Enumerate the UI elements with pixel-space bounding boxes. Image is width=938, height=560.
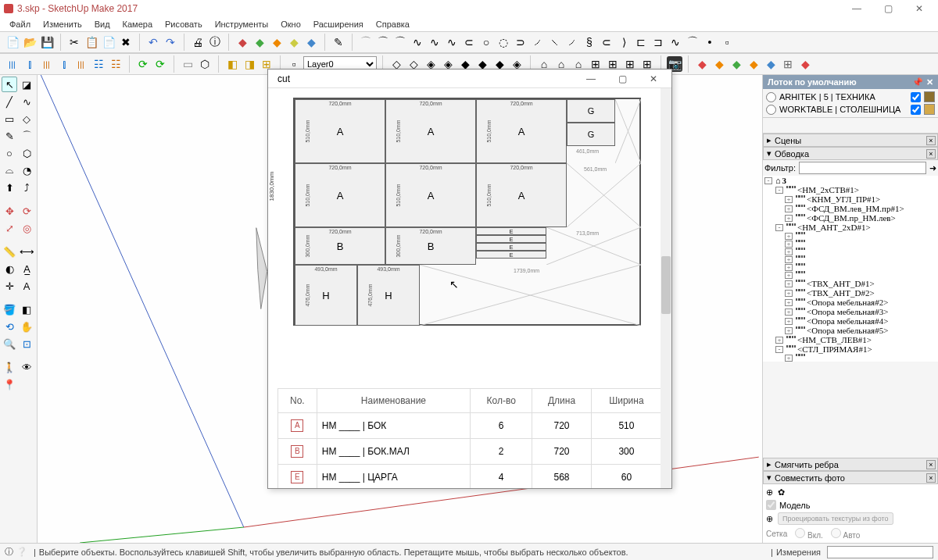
model-info-button[interactable]: ⓘ	[207, 34, 223, 50]
cut-button[interactable]: ✂	[66, 34, 82, 50]
table-row[interactable]: EНМ ____ | ЦАРГА456860	[278, 465, 662, 489]
print-button[interactable]: 🖨	[190, 34, 206, 50]
trim-button[interactable]: ⊏	[633, 34, 649, 50]
bezier2-button[interactable]: ∿	[427, 34, 442, 50]
close-button[interactable]: ✕	[904, 0, 935, 17]
curve3-button[interactable]: ⟋	[530, 34, 546, 50]
match-section-header[interactable]: ▾ Совместить фото×	[763, 471, 938, 484]
outliner-item[interactable]: +	[763, 232, 938, 240]
polygon-tool[interactable]: ⬡	[19, 145, 34, 161]
offset-tool[interactable]: ◎	[19, 220, 34, 236]
material-visible-checkbox[interactable]	[911, 92, 921, 102]
outliner-item[interactable]: + <ТВХ_АНТ_D#2>	[763, 288, 938, 298]
outliner-tree[interactable]: -⌂ 3- <НМ_2хСТВ#1>+ <КНМ_УГЛ_ПР#1>+ <ФСД…	[763, 176, 938, 362]
outliner-item[interactable]: + <ТВХ_АНТ_D#1>	[763, 279, 938, 288]
outliner-item[interactable]: + <ФСД_ВМ.лев_НМ.пр#1>	[763, 204, 938, 213]
curve4-button[interactable]: ⟍	[547, 34, 563, 50]
menu-Справка[interactable]: Справка	[370, 20, 416, 29]
solid-blue-button[interactable]: ◆	[303, 34, 319, 50]
rect-button[interactable]: ▭	[180, 56, 195, 72]
align5-button[interactable]: ⫼	[73, 56, 89, 72]
curve6-button[interactable]: ⊂	[599, 34, 614, 50]
3dtext-tool[interactable]: A	[19, 278, 34, 294]
outliner-item[interactable]: +	[763, 271, 938, 279]
align2-button[interactable]: ⫿	[22, 56, 38, 72]
extend-button[interactable]: ⊐	[650, 34, 666, 50]
outliner-item[interactable]: - <НМ_2хСТВ#1>	[763, 185, 938, 194]
menu-Инструменты[interactable]: Инструменты	[209, 20, 275, 29]
help-icon[interactable]: ❔	[16, 547, 27, 557]
scenes-collapse-icon[interactable]: ×	[926, 136, 936, 145]
table-row[interactable]: BНМ ____ | БОК.МАЛ2720300	[278, 439, 662, 465]
align6-button[interactable]: ☷	[91, 56, 106, 72]
zoom-tool[interactable]: 🔍	[2, 336, 17, 351]
align4-button[interactable]: ⫿	[56, 56, 72, 72]
arc2-tool[interactable]: ⌓	[2, 162, 17, 178]
add-icon[interactable]: ⊕	[766, 487, 773, 498]
box2-button[interactable]: ◨	[242, 56, 257, 72]
outliner-item[interactable]: - <НМ_АНТ_2xD#1>	[763, 223, 938, 232]
pie-tool[interactable]: ◔	[19, 162, 34, 178]
ext2-button[interactable]: ◆	[711, 56, 727, 72]
undo-button[interactable]: ↶	[145, 34, 161, 50]
position-tool[interactable]: 📍	[2, 376, 17, 392]
arc-tool[interactable]: ⌒	[19, 128, 34, 144]
copy-button[interactable]: 📋	[84, 34, 99, 50]
scenes-section-header[interactable]: ▸ Сцены×	[763, 134, 938, 147]
ext4-button[interactable]: ◆	[746, 56, 761, 72]
pan-tool[interactable]: ✋	[19, 319, 34, 334]
table-row[interactable]: AНМ ____ | БОК6720510	[278, 413, 662, 439]
refresh2-button[interactable]: ⟳	[152, 56, 168, 72]
rect-tool[interactable]: ▭	[2, 111, 17, 127]
cut-scrollbar[interactable]	[661, 88, 671, 488]
menu-Рисовать[interactable]: Рисовать	[159, 20, 209, 29]
measurements-input[interactable]	[827, 546, 933, 558]
curve2-button[interactable]: ⊃	[513, 34, 528, 50]
cut-minimize-button[interactable]: —	[578, 73, 604, 84]
save-button[interactable]: 💾	[39, 34, 55, 50]
scale-tool[interactable]: ⤢	[2, 220, 17, 236]
match-collapse-icon[interactable]: ×	[926, 473, 936, 483]
cut-dialog-titlebar[interactable]: cut — ▢ ✕	[268, 70, 671, 88]
maximize-button[interactable]: ▢	[872, 0, 904, 17]
outliner-item[interactable]: +	[763, 263, 938, 271]
outliner-item[interactable]: + <НМ_СТВ_ЛЕВ#1>	[763, 335, 938, 344]
arc1-button[interactable]: ⌒	[358, 34, 374, 50]
soften-collapse-icon[interactable]: ×	[926, 460, 936, 469]
freehand-tool[interactable]: ∿	[19, 94, 34, 109]
helix-button[interactable]: §	[582, 34, 597, 50]
bucket-tool[interactable]: 🪣	[2, 301, 17, 317]
outliner-collapse-icon[interactable]: ×	[926, 149, 936, 159]
material-radio[interactable]	[766, 92, 776, 102]
line-tool[interactable]: ╱	[2, 94, 17, 109]
ext1-button[interactable]: ◆	[694, 56, 710, 72]
gear-icon[interactable]: ✿	[778, 487, 785, 498]
material-swatch[interactable]	[924, 91, 935, 102]
menu-Расширения[interactable]: Расширения	[307, 20, 370, 29]
menu-Вид[interactable]: Вид	[88, 20, 116, 29]
arc3-button[interactable]: ⌒	[392, 34, 408, 50]
material-swatch[interactable]	[924, 104, 935, 115]
outliner-item[interactable]: - <СТЛ_ПРЯМАЯ#1>	[763, 344, 938, 354]
curve7-button[interactable]: ∿	[668, 34, 683, 50]
dot-button[interactable]: •	[702, 34, 718, 50]
outliner-item[interactable]: + <КНМ_УГЛ_ПР#1>	[763, 194, 938, 204]
circle-button[interactable]: ○	[478, 34, 494, 50]
pencil-button[interactable]: ✎	[331, 34, 346, 50]
minimize-button[interactable]: —	[841, 0, 872, 17]
outliner-item[interactable]: + <ФСД_ВМ.пр_НМ.лев>	[763, 213, 938, 223]
outliner-item[interactable]: +	[763, 248, 938, 255]
outliner-item[interactable]: +	[763, 240, 938, 248]
axes-tool[interactable]: ✛	[2, 278, 17, 294]
align7-button[interactable]: ☷	[108, 56, 124, 72]
align1-button[interactable]: ⫼	[5, 56, 20, 72]
rotate-tool[interactable]: ⟳	[19, 203, 34, 219]
solid-yellow-button[interactable]: ◆	[286, 34, 302, 50]
pencil-tool[interactable]: ✎	[2, 128, 17, 144]
material-radio[interactable]	[766, 105, 776, 115]
redo-button[interactable]: ↷	[163, 34, 178, 50]
followme-tool[interactable]: ⤴	[19, 180, 34, 195]
circle-tool[interactable]: ○	[2, 145, 17, 161]
outliner-item[interactable]: +	[763, 255, 938, 263]
material-visible-checkbox[interactable]	[911, 105, 921, 115]
